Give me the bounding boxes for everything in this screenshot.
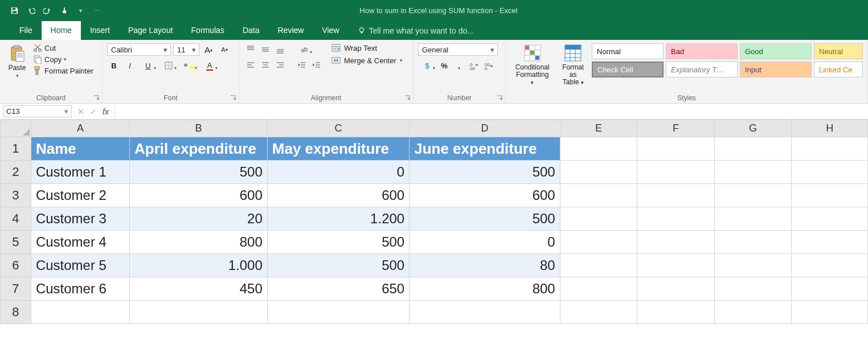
font-size-combo[interactable]: 11▾ [173,43,199,56]
cell-H5[interactable] [792,231,868,254]
tab-formulas[interactable]: Formulas [182,21,234,40]
name-box[interactable]: C13 ▾ [3,105,72,117]
cell-H6[interactable] [792,254,868,277]
cell-B8[interactable] [130,301,268,324]
align-bottom-button[interactable] [273,43,287,56]
cell-A7[interactable]: Customer 6 [31,277,129,301]
cell-G2[interactable] [714,161,792,184]
accounting-format-button[interactable]: $▾ [418,59,436,72]
cell-F1[interactable] [637,137,715,161]
cell-B3[interactable]: 600 [130,184,268,207]
cell-G8[interactable] [714,301,792,324]
touch-mode-icon[interactable] [60,6,68,15]
tab-home[interactable]: Home [42,21,81,40]
cell-E7[interactable] [560,277,637,301]
cell-F2[interactable] [637,161,715,184]
cut-button[interactable]: Cut [33,43,93,52]
cell-B5[interactable]: 800 [130,231,268,254]
cell-A2[interactable]: Customer 1 [31,161,129,184]
tab-data[interactable]: Data [234,21,269,40]
cell-A1[interactable]: Name [31,137,129,161]
save-icon[interactable] [10,6,19,15]
align-top-button[interactable] [244,43,257,56]
row-header-1[interactable]: 1 [1,137,31,161]
cell-E5[interactable] [560,231,637,254]
cell-H3[interactable] [792,184,868,207]
cell-E3[interactable] [560,184,637,207]
comma-button[interactable]: , [452,59,466,72]
cell-H4[interactable] [792,207,868,231]
cell-B1[interactable]: April expenditure [130,137,268,161]
cell-C5[interactable]: 500 [267,231,409,254]
cell-F3[interactable] [637,184,715,207]
col-header-E[interactable]: E [560,120,637,137]
row-header-2[interactable]: 2 [1,161,31,184]
style-bad[interactable]: Bad [666,43,738,59]
cell-D7[interactable]: 800 [410,277,560,301]
col-header-F[interactable]: F [637,120,715,137]
increase-decimal-button[interactable]: .0.00 [467,59,481,72]
col-header-B[interactable]: B [130,120,268,137]
cell-D1[interactable]: June expenditure [410,137,560,161]
col-header-A[interactable]: A [31,120,129,137]
formula-input[interactable] [115,104,868,119]
style-good[interactable]: Good [740,43,812,59]
cell-G7[interactable] [714,277,792,301]
cell-G3[interactable] [714,184,792,207]
font-name-combo[interactable]: Calibri▾ [107,43,171,56]
cell-D6[interactable]: 80 [410,254,560,277]
wrap-text-button[interactable]: Wrap Text [331,43,403,52]
cell-E6[interactable] [560,254,637,277]
cell-C1[interactable]: May expenditure [267,137,409,161]
style-normal[interactable]: Normal [592,43,664,59]
cell-A4[interactable]: Customer 3 [31,207,129,231]
tab-file[interactable]: File [10,21,42,40]
align-right-button[interactable] [273,59,287,72]
cell-F6[interactable] [637,254,715,277]
dialog-launcher-icon[interactable] [93,95,100,101]
cell-A8[interactable] [31,301,129,324]
cell-F7[interactable] [637,277,715,301]
borders-button[interactable]: ▾ [159,59,178,72]
increase-indent-button[interactable] [310,59,324,72]
cell-B2[interactable]: 500 [130,161,268,184]
cell-H1[interactable] [792,137,868,161]
fill-color-button[interactable]: ▾ [180,59,198,72]
enter-icon[interactable]: ✓ [90,107,97,116]
cell-F5[interactable] [637,231,715,254]
tab-view[interactable]: View [313,21,348,40]
cell-E4[interactable] [560,207,637,231]
paste-button[interactable]: Paste ▾ [5,42,30,79]
tell-me[interactable]: Tell me what you want to do... [349,22,483,40]
cell-H8[interactable] [792,301,868,324]
row-header-8[interactable]: 8 [1,301,31,324]
cancel-icon[interactable]: ✕ [77,107,84,116]
conditional-formatting-button[interactable]: ConditionalFormatting ▾ [510,42,554,87]
decrease-decimal-button[interactable]: .00.0 [482,59,496,72]
fx-icon[interactable]: fx [103,107,109,116]
cell-D3[interactable]: 600 [410,184,560,207]
cell-A6[interactable]: Customer 5 [31,254,129,277]
qat-customize-icon[interactable]: ▾ [76,6,85,15]
style-linked-cell[interactable]: Linked Ce [814,62,863,77]
copy-button[interactable]: Copy ▾ [33,55,93,64]
cell-F8[interactable] [637,301,715,324]
cell-C4[interactable]: 1.200 [267,207,409,231]
worksheet[interactable]: A B C D E F G H 1 Name April expenditure… [0,120,868,324]
increase-font-button[interactable]: A▴ [202,43,215,56]
cell-E1[interactable] [560,137,637,161]
style-explanatory[interactable]: Explanatory T… [666,62,738,77]
tab-page-layout[interactable]: Page Layout [119,21,182,40]
style-input[interactable]: Input [740,62,812,77]
cell-H7[interactable] [792,277,868,301]
percent-button[interactable]: % [437,59,451,72]
cell-D8[interactable] [410,301,560,324]
cell-E2[interactable] [560,161,637,184]
row-header-7[interactable]: 7 [1,277,31,301]
tab-review[interactable]: Review [269,21,313,40]
col-header-G[interactable]: G [714,120,792,137]
row-header-5[interactable]: 5 [1,231,31,254]
cell-C2[interactable]: 0 [267,161,409,184]
number-format-combo[interactable]: General▾ [418,43,498,56]
col-header-H[interactable]: H [792,120,868,137]
